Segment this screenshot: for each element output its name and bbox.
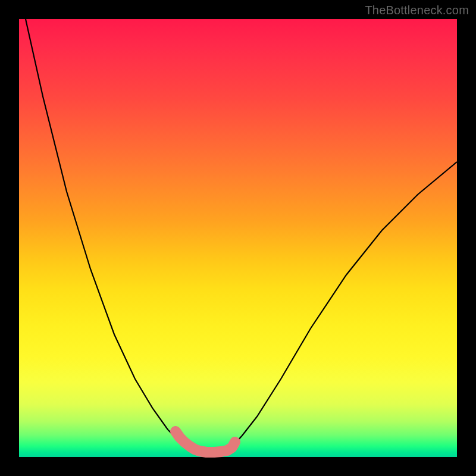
chart-frame: TheBottleneck.com <box>0 0 476 476</box>
marker-dot <box>230 437 240 447</box>
chart-svg <box>19 19 457 457</box>
right-curve <box>231 162 457 447</box>
watermark-text: TheBottleneck.com <box>365 4 469 17</box>
plot-area <box>19 19 457 457</box>
left-curve <box>26 19 195 451</box>
